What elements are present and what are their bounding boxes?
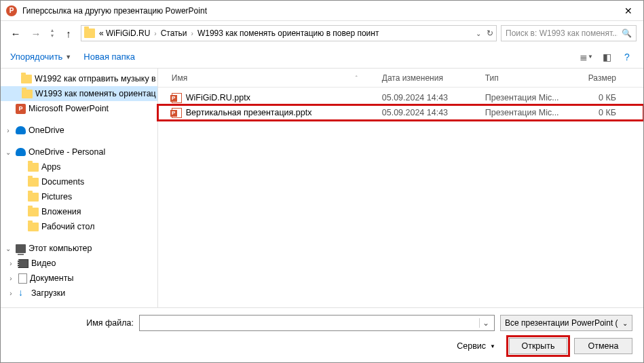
folder-icon: [84, 28, 95, 38]
breadcrumb-seg2[interactable]: W1993 как поменять ориентацию в повер по…: [197, 28, 379, 38]
filename-label: Имя файла:: [12, 318, 134, 328]
folder-icon: [28, 193, 39, 202]
preview-pane-button[interactable]: ◧: [600, 50, 613, 64]
pptx-icon: [172, 108, 182, 118]
breadcrumb-root[interactable]: « WiFiGiD.RU: [99, 28, 150, 38]
tree-item-w1993[interactable]: W1993 как поменять ориентац: [1, 86, 157, 101]
column-date[interactable]: Дата изменения: [377, 73, 480, 83]
tree-item-onedrive[interactable]: › OneDrive: [1, 123, 157, 138]
file-type: Презентация Mic...: [480, 93, 583, 102]
search-icon[interactable]: 🔍: [622, 28, 632, 38]
file-row[interactable]: Вертикальная презентация.pptx 05.09.2024…: [158, 105, 643, 120]
tree-item-pictures[interactable]: Pictures: [1, 189, 157, 204]
cancel-button[interactable]: Отмена: [574, 338, 632, 354]
organize-menu[interactable]: Упорядочить ▼: [10, 52, 71, 62]
document-icon: [18, 273, 27, 284]
column-size[interactable]: Размер: [583, 73, 643, 83]
col-type-label: Тип: [485, 73, 499, 83]
collapse-icon[interactable]: ⌄: [3, 245, 13, 252]
recent-locations-button[interactable]: ▴▾: [48, 28, 56, 39]
close-button[interactable]: ✕: [613, 1, 643, 21]
column-type[interactable]: Тип: [480, 73, 583, 83]
up-button[interactable]: ↑: [60, 25, 77, 41]
column-name[interactable]: Имя ˆ: [158, 73, 377, 83]
breadcrumb-seg1[interactable]: Статьи: [161, 28, 187, 38]
help-button[interactable]: ?: [620, 50, 634, 64]
main-area: W1992 как отправить музыку в W1993 как п…: [1, 69, 643, 307]
tree-item-powerpoint[interactable]: P Microsoft PowerPoint: [1, 101, 157, 116]
expand-icon[interactable]: ›: [6, 260, 16, 267]
chevron-down-icon: ▼: [490, 343, 495, 349]
onedrive-icon: [16, 148, 26, 156]
navbar: ← → ▴▾ ↑ « WiFiGiD.RU › Статьи › W1993 к…: [1, 21, 643, 45]
tree-item-documents2[interactable]: › Документы: [1, 271, 157, 286]
tree-item-attachments[interactable]: Вложения: [1, 204, 157, 219]
expand-icon[interactable]: ›: [6, 290, 16, 297]
view-options-button[interactable]: ≣ ▼: [580, 50, 593, 64]
tree-label: Pictures: [41, 192, 72, 202]
chevron-right-icon[interactable]: ›: [191, 30, 193, 37]
file-row[interactable]: WiFiGiD.RU.pptx 05.09.2024 14:43 Презент…: [158, 90, 643, 105]
footer: Имя файла: ⌄ Все презентации PowerPoint …: [1, 307, 643, 362]
address-dropdown-icon[interactable]: ⌄: [476, 30, 481, 37]
tree-label: Вложения: [41, 207, 81, 216]
app-icon: P: [6, 5, 17, 16]
address-bar[interactable]: « WiFiGiD.RU › Статьи › W1993 как поменя…: [81, 25, 497, 41]
col-name-label: Имя: [172, 73, 187, 83]
open-button[interactable]: Открыть: [509, 338, 567, 354]
tree-label: Видео: [31, 259, 56, 268]
sort-indicator-icon: ˆ: [356, 75, 371, 81]
tree-item-downloads[interactable]: › Загрузки: [1, 286, 157, 301]
chevron-right-icon[interactable]: ›: [154, 30, 156, 37]
expand-icon[interactable]: ›: [6, 275, 16, 282]
tree-label: W1992 как отправить музыку в: [35, 74, 156, 83]
window-title: Гиперссылка на другую презентацию PowerP…: [22, 6, 613, 16]
pptx-icon: [172, 93, 182, 103]
folder-icon: [22, 90, 33, 98]
file-name: Вертикальная презентация.pptx: [186, 108, 312, 117]
tree-item-onedrive-personal[interactable]: ⌄ OneDrive - Personal: [1, 145, 157, 159]
folder-icon: [28, 163, 39, 172]
tree-item-w1992[interactable]: W1992 как отправить музыку в: [1, 71, 157, 86]
filename-input[interactable]: ⌄: [139, 315, 495, 331]
tree-label: OneDrive: [29, 126, 64, 135]
filename-history-dropdown[interactable]: ⌄: [479, 318, 491, 328]
search-input[interactable]: Поиск в: W1993 как поменят... 🔍: [501, 25, 637, 41]
file-type-filter[interactable]: Все презентации PowerPoint ( ⌄: [500, 315, 632, 331]
tree-label: Microsoft PowerPoint: [29, 104, 109, 113]
video-icon: [18, 259, 29, 268]
chevron-down-icon: ⌄: [622, 320, 628, 327]
forward-button[interactable]: →: [28, 25, 44, 41]
tree-item-documents[interactable]: Documents: [1, 174, 157, 189]
tree-label: W1993 как поменять ориентац: [35, 89, 156, 98]
column-header-row: Имя ˆ Дата изменения Тип Размер: [158, 69, 643, 88]
filter-label: Все презентации PowerPoint (: [505, 318, 620, 328]
back-button[interactable]: ←: [7, 25, 24, 41]
tree-item-desktop[interactable]: Рабочий стол: [1, 219, 157, 234]
titlebar: P Гиперссылка на другую презентацию Powe…: [1, 1, 643, 21]
collapse-icon[interactable]: ⌄: [3, 149, 13, 156]
open-label: Открыть: [521, 341, 554, 351]
tree-label: OneDrive - Personal: [29, 147, 105, 157]
expand-icon[interactable]: ›: [3, 127, 13, 134]
tree-item-this-pc[interactable]: ⌄ Этот компьютер: [1, 241, 157, 256]
download-icon: [18, 289, 29, 298]
file-size: 0 КБ: [583, 93, 643, 102]
tools-menu[interactable]: Сервис ▼: [457, 341, 495, 351]
file-date: 05.09.2024 14:43: [377, 108, 480, 117]
navigation-tree: W1992 как отправить музыку в W1993 как п…: [1, 69, 158, 307]
pc-icon: [16, 244, 26, 253]
file-list-panel: Имя ˆ Дата изменения Тип Размер WiFiGiD.…: [158, 69, 643, 307]
tree-label: Apps: [41, 162, 61, 172]
file-size: 0 КБ: [583, 108, 643, 117]
file-list: WiFiGiD.RU.pptx 05.09.2024 14:43 Презент…: [158, 88, 643, 307]
new-folder-button[interactable]: Новая папка: [83, 52, 135, 62]
tree-item-videos[interactable]: › Видео: [1, 256, 157, 271]
organize-label: Упорядочить: [10, 52, 62, 62]
tree-item-apps[interactable]: Apps: [1, 159, 157, 174]
onedrive-icon: [16, 126, 26, 134]
tree-label: Загрузки: [31, 288, 65, 298]
refresh-icon[interactable]: ↻: [487, 28, 493, 38]
tools-label: Сервис: [457, 341, 486, 351]
tree-label: Documents: [41, 177, 84, 187]
